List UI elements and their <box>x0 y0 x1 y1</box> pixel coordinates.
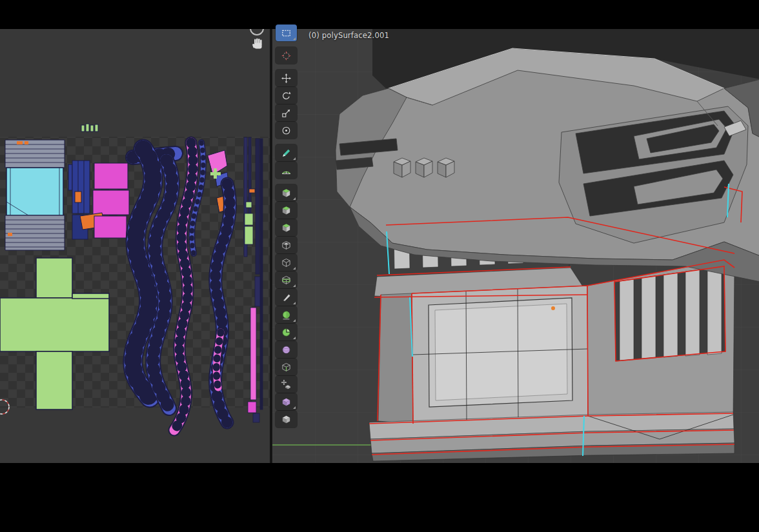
tool-bevel-button[interactable] <box>276 254 297 271</box>
extrude-cube-icon <box>281 188 292 199</box>
tool-submenu-corner <box>293 37 296 40</box>
model[interactable] <box>336 48 759 461</box>
tool-submenu-corner <box>293 157 296 160</box>
shear-cube-icon <box>281 397 292 408</box>
toolbar[interactable] <box>276 25 297 428</box>
annotate-pencil-icon <box>281 148 292 159</box>
transform-icon <box>281 125 292 136</box>
measure-icon <box>281 165 292 176</box>
tool-spin-button[interactable] <box>276 306 297 323</box>
tool-submenu-corner <box>293 406 296 409</box>
scale-icon <box>281 108 292 119</box>
cursor-icon <box>281 50 292 61</box>
tool-knife-button[interactable] <box>276 289 297 306</box>
tool-shear-button[interactable] <box>276 393 297 410</box>
viewport-canvas[interactable] <box>272 29 759 463</box>
viewport-panel[interactable]: (0) polySurface2.001 <box>272 29 759 463</box>
origin-dot <box>551 306 555 310</box>
tool-cursor-button[interactable] <box>276 47 297 64</box>
tool-randomize-button[interactable] <box>276 341 297 358</box>
extrude-cube-icon <box>281 222 292 233</box>
edge-slide-cube-icon <box>281 362 292 373</box>
tool-submenu-corner <box>293 302 296 304</box>
tool-measure-button[interactable] <box>276 162 297 179</box>
move-icon <box>281 73 292 84</box>
randomize-sphere-icon <box>281 344 292 355</box>
tool-submenu-corner <box>293 319 296 322</box>
uv-canvas[interactable] <box>0 29 270 463</box>
top-black-bar <box>0 0 759 29</box>
shrink-fatten-icon <box>281 379 292 390</box>
tool-edge-slide-button[interactable] <box>276 359 297 375</box>
tool-annotate-button[interactable] <box>276 144 297 161</box>
tool-scale-button[interactable] <box>276 104 297 121</box>
uv-editor-panel[interactable] <box>0 29 270 463</box>
bevel-cube-icon <box>281 257 292 268</box>
rip-region-cube-icon <box>281 414 292 425</box>
bottom-black-bar <box>0 463 759 532</box>
tool-extrude-region-button[interactable] <box>276 184 297 201</box>
spin-sphere-icon <box>281 310 292 320</box>
loop-cut-icon <box>281 275 292 286</box>
tool-select-box-button[interactable] <box>276 25 297 41</box>
tool-shrink-fatten-button[interactable] <box>276 376 297 393</box>
rotate-icon <box>281 90 292 101</box>
select-box-icon <box>281 28 292 39</box>
tool-move-button[interactable] <box>276 70 297 86</box>
uv-island-cylinder[interactable] <box>5 140 65 250</box>
tool-extrude-individual-button[interactable] <box>276 219 297 236</box>
pan-hand-icon[interactable] <box>252 38 265 51</box>
extrude-cube-icon <box>281 205 292 216</box>
tool-submenu-corner <box>293 284 296 287</box>
tool-rotate-button[interactable] <box>276 87 297 104</box>
inset-cube-icon <box>281 240 292 251</box>
tool-loop-cut-button[interactable] <box>276 271 297 288</box>
tool-submenu-corner <box>293 337 296 339</box>
tool-submenu-corner <box>293 197 296 200</box>
tool-submenu-corner <box>293 267 296 270</box>
tool-inset-faces-button[interactable] <box>276 237 297 253</box>
hood-buttons <box>394 158 454 177</box>
hand-icon <box>252 38 265 51</box>
tool-transform-button[interactable] <box>276 122 297 139</box>
smooth-pie-icon <box>281 327 292 338</box>
tool-rip-region-button[interactable] <box>276 411 297 428</box>
tool-smooth-button[interactable] <box>276 324 297 340</box>
knife-icon <box>281 292 292 303</box>
viewport-header-object-name: (0) polySurface2.001 <box>309 31 389 40</box>
tool-extrude-along-normals-button[interactable] <box>276 202 297 219</box>
